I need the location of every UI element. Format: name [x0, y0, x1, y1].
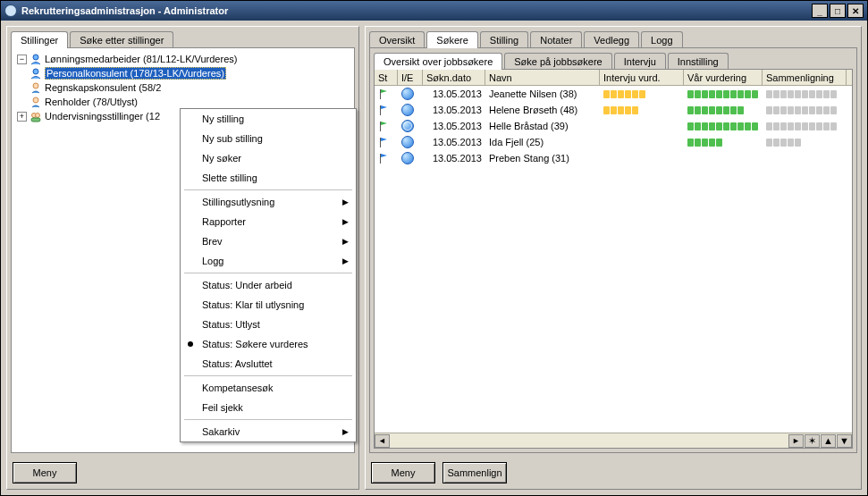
cell-name: Ida Fjell (25) [485, 137, 600, 147]
svg-point-1 [33, 69, 38, 74]
right-tab-2[interactable]: Stilling [480, 31, 528, 48]
right-tab-4[interactable]: Vedlegg [584, 31, 639, 48]
menu-item-8[interactable]: Logg▶ [181, 251, 356, 271]
close-button[interactable]: ✕ [847, 4, 864, 18]
scroll-right-button[interactable]: ► [788, 434, 804, 448]
cell-name: Jeanette Nilsen (38) [485, 88, 600, 99]
submenu-arrow-icon: ▶ [342, 237, 349, 246]
bullet-icon [188, 341, 193, 347]
head-icon [29, 81, 42, 94]
menu-item-label: Status: Avsluttet [202, 358, 273, 369]
cell-compare-rating [763, 122, 847, 130]
table-row[interactable]: 13.05.2013Preben Stang (31) [375, 150, 852, 166]
tree-item-label: Regnskapskonsulent (58/2 [45, 82, 161, 93]
right-tab-5[interactable]: Logg [641, 31, 682, 48]
app-window: Rekrutteringsadministrasjon - Administra… [0, 0, 868, 496]
table-row[interactable]: 13.05.2013Jeanette Nilsen (38) [375, 86, 852, 102]
cell-compare-rating [763, 106, 847, 114]
menu-item-11[interactable]: Status: Klar til utlysning [181, 295, 356, 315]
app-icon [4, 4, 17, 17]
tree-item-label: Personalkonsulent (178/13-LK/Vurderes) [45, 67, 226, 80]
col-header-vur[interactable]: Vår vurdering [684, 70, 763, 85]
cell-name: Helene Brøseth (48) [485, 105, 600, 115]
tree-item-label: Undervisningsstillinger (12 [45, 111, 160, 122]
table-row[interactable]: 13.05.2013Helle Bråstad (39) [375, 118, 852, 134]
col-header-ie[interactable]: I/E [398, 70, 423, 85]
meny-button-left[interactable]: Meny [13, 462, 77, 483]
right-tab-1[interactable]: Søkere [426, 31, 477, 48]
menu-item-1[interactable]: Ny sub stilling [181, 129, 356, 148]
menu-item-label: Ny sub stilling [202, 133, 263, 144]
menu-item-label: Rapporter [202, 216, 246, 227]
menu-separator [184, 419, 352, 420]
right-panel: OversiktSøkereStillingNotaterVedleggLogg… [365, 26, 862, 490]
menu-item-19[interactable]: Sakarkiv▶ [181, 422, 356, 441]
submenu-arrow-icon: ▶ [342, 198, 349, 206]
menu-item-label: Status: Under arbeid [202, 280, 292, 290]
group-icon [29, 110, 42, 122]
col-header-date[interactable]: Søkn.dato [423, 70, 485, 85]
menu-item-14[interactable]: Status: Avsluttet [181, 354, 356, 374]
menu-item-7[interactable]: Brev▶ [181, 231, 356, 251]
right-bottom-bar: MenySammenlign [366, 457, 861, 489]
svg-rect-8 [380, 105, 381, 115]
menu-item-5[interactable]: Stillingsutlysning▶ [181, 192, 356, 212]
menu-item-label: Ny søker [202, 153, 241, 164]
grid-expand-icon[interactable]: ▲ [821, 434, 836, 448]
grid-body[interactable]: 13.05.2013Jeanette Nilsen (38)13.05.2013… [375, 86, 852, 433]
expand-icon[interactable]: + [17, 112, 27, 122]
tree-item-0[interactable]: −Lønningsmedarbeider (81/L12-LK/Vurderes… [15, 52, 350, 66]
menu-item-13[interactable]: Status: Søkere vurderes [181, 334, 356, 354]
tree-item-3[interactable]: Renholder (78/Utlyst) [15, 95, 350, 109]
submenu-arrow-icon: ▶ [342, 256, 349, 265]
context-menu[interactable]: Ny stillingNy sub stillingNy søkerSlette… [180, 108, 357, 442]
minimize-button[interactable]: _ [812, 4, 828, 18]
tree-item-2[interactable]: Regnskapskonsulent (58/2 [15, 80, 350, 95]
grid-collapse-icon[interactable]: ▼ [837, 434, 852, 448]
table-row[interactable]: 13.05.2013Helene Brøseth (48) [375, 102, 852, 118]
menu-item-2: Ny søker [181, 148, 356, 168]
scroll-left-button[interactable]: ◄ [375, 434, 390, 448]
flag-icon [378, 88, 389, 99]
menu-item-16[interactable]: Kompetansesøk [181, 378, 356, 398]
grid-tool-icon[interactable]: ✶ [805, 434, 820, 448]
menu-item-6[interactable]: Rapporter▶ [181, 212, 356, 231]
left-tab-1[interactable]: Søke etter stillinger [70, 31, 173, 48]
menu-item-3: Slette stilling [181, 168, 356, 188]
svg-rect-6 [31, 118, 40, 122]
menu-item-10[interactable]: Status: Under arbeid [181, 275, 356, 295]
meny-button-right[interactable]: Meny [371, 462, 435, 483]
col-header-name[interactable]: Navn [485, 70, 600, 85]
col-header-st[interactable]: St [375, 70, 398, 85]
sub-tab-2[interactable]: Intervju [614, 53, 666, 70]
menu-item-label: Stillingsutlysning [202, 197, 274, 207]
menu-item-0[interactable]: Ny stilling [181, 109, 356, 129]
tree-item-label: Renholder (78/Utlyst) [45, 97, 138, 107]
sub-tab-0[interactable]: Oversikt over jobbsøkere [374, 53, 502, 70]
menu-item-12[interactable]: Status: Utlyst [181, 315, 356, 334]
svg-rect-9 [380, 122, 381, 131]
col-header-int[interactable]: Intervju vurd. [600, 70, 684, 85]
cell-interview-rating [600, 106, 684, 114]
left-tab-0[interactable]: Stillinger [11, 31, 68, 48]
svg-point-3 [33, 97, 38, 103]
collapse-icon[interactable]: − [17, 55, 27, 64]
menu-item-label: Status: Klar til utlysning [202, 299, 304, 310]
right-tab-3[interactable]: Notater [530, 31, 582, 48]
table-row[interactable]: 13.05.2013Ida Fjell (25) [375, 134, 852, 150]
cell-date: 13.05.2013 [423, 153, 485, 164]
cell-compare-rating [763, 90, 847, 98]
sub-tab-3[interactable]: Innstilling [668, 53, 729, 70]
maximize-button[interactable]: □ [830, 4, 846, 18]
right-tab-0[interactable]: Oversikt [369, 31, 425, 48]
tree-item-1[interactable]: Personalkonsulent (178/13-LK/Vurderes) [15, 66, 350, 80]
col-header-sam[interactable]: Sammenligning [763, 70, 847, 85]
sub-tab-1[interactable]: Søke på jobbsøkere [504, 53, 611, 70]
horizontal-scrollbar[interactable]: ◄ ► ✶ ▲ ▼ [375, 433, 852, 448]
submenu-arrow-icon: ▶ [342, 427, 349, 436]
right-tabcontent: Oversikt over jobbsøkereSøke på jobbsøke… [369, 47, 857, 453]
svg-rect-7 [380, 89, 381, 99]
menu-item-17[interactable]: Feil sjekk [181, 398, 356, 417]
right-tabstrip: OversiktSøkereStillingNotaterVedleggLogg [366, 27, 861, 47]
sammenlign-button[interactable]: Sammenlign [442, 462, 507, 483]
